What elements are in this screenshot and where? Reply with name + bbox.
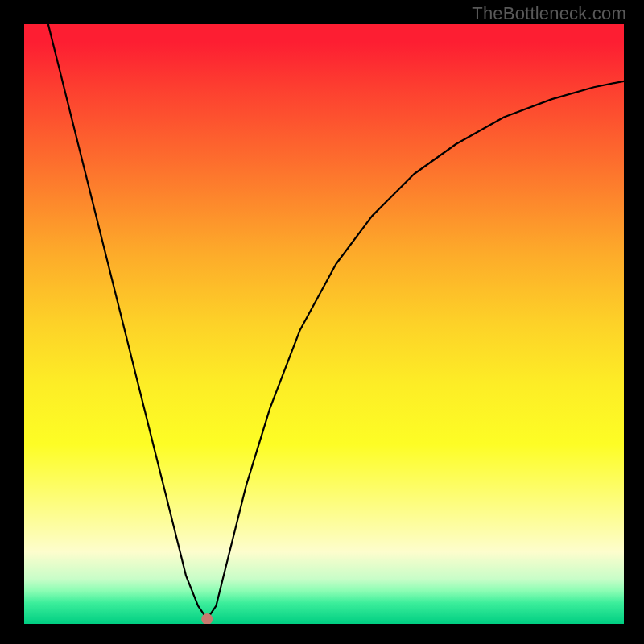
minimum-marker — [201, 613, 213, 624]
watermark-text: TheBottleneck.com — [472, 3, 626, 24]
curve-layer — [24, 24, 624, 624]
plot-area — [24, 24, 624, 624]
bottleneck-curve — [48, 24, 624, 619]
chart-frame: TheBottleneck.com — [0, 0, 644, 644]
